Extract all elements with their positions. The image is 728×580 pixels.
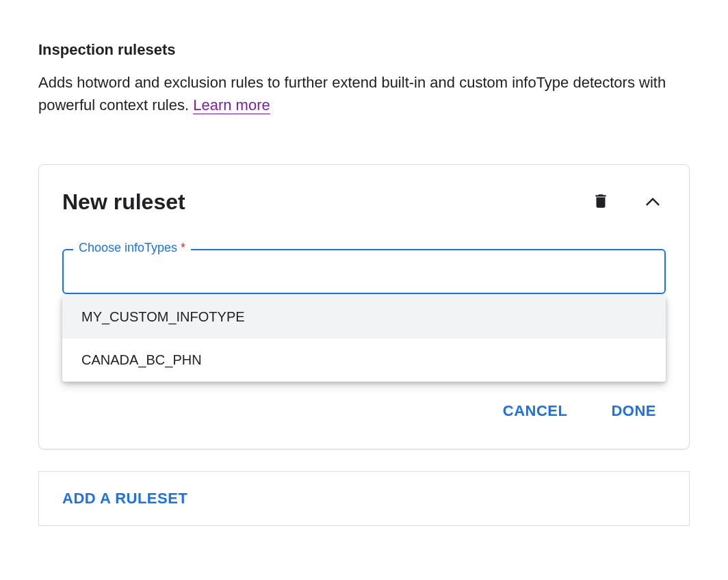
inspection-rulesets-section: Inspection rulesets Adds hotword and exc… (38, 41, 690, 526)
infotypes-label: Choose infoTypes * (73, 241, 191, 255)
ruleset-card: New ruleset Choose infoTypes * (38, 164, 690, 449)
ruleset-footer: CANCEL DONE (62, 397, 666, 425)
add-ruleset-container: ADD A RULESET (38, 471, 690, 526)
section-title: Inspection rulesets (38, 41, 690, 59)
delete-ruleset-button[interactable] (589, 189, 612, 215)
ruleset-title: New ruleset (62, 189, 185, 215)
collapse-ruleset-button[interactable] (640, 188, 666, 216)
done-button[interactable]: DONE (608, 397, 659, 425)
dropdown-option-canada-bc-phn[interactable]: CANADA_BC_PHN (62, 339, 666, 382)
chevron-up-icon (642, 191, 663, 213)
trash-icon (592, 192, 610, 212)
required-asterisk: * (181, 241, 185, 254)
cancel-button[interactable]: CANCEL (500, 397, 571, 425)
infotypes-input[interactable] (62, 249, 666, 294)
ruleset-header: New ruleset (62, 188, 666, 216)
dropdown-option-my-custom-infotype[interactable]: MY_CUSTOM_INFOTYPE (62, 295, 666, 339)
infotypes-label-text: Choose infoTypes (79, 241, 177, 254)
learn-more-link[interactable]: Learn more (193, 96, 270, 114)
section-description: Adds hotword and exclusion rules to furt… (38, 71, 690, 116)
infotypes-dropdown: MY_CUSTOM_INFOTYPE CANADA_BC_PHN (62, 295, 666, 382)
ruleset-actions (589, 188, 666, 216)
description-text: Adds hotword and exclusion rules to furt… (38, 74, 666, 114)
infotypes-input-group: Choose infoTypes * MY_CUSTOM_INFOTYPE CA… (62, 249, 666, 294)
add-ruleset-button[interactable]: ADD A RULESET (62, 490, 187, 508)
